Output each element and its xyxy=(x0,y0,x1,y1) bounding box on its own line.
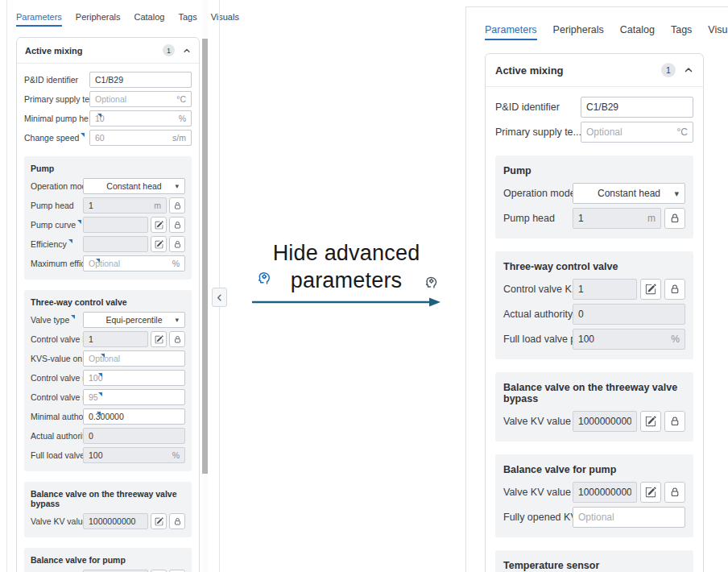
edit-button[interactable] xyxy=(151,331,167,347)
unit-label: % xyxy=(169,259,180,268)
text-input[interactable]: 10% xyxy=(89,110,192,126)
field-control: C1/B29 xyxy=(581,97,693,118)
edit-button[interactable] xyxy=(151,236,167,252)
field-label: Pump head xyxy=(31,201,83,210)
tab-catalog[interactable]: Catalog xyxy=(620,24,655,40)
group-title: Balance valve for pump xyxy=(31,555,185,565)
text-input[interactable]: C1/B29 xyxy=(581,97,693,118)
corner-marker-icon xyxy=(101,354,105,358)
left-panel-scrollbar[interactable] xyxy=(202,0,208,572)
field-row: Pump head1m xyxy=(503,208,685,229)
field-row: Control valve re...95 xyxy=(31,389,185,405)
field-row: Minimal authori...0.300000 xyxy=(31,408,185,425)
text-input[interactable]: 95 xyxy=(83,389,185,405)
field-label-text: Pump head xyxy=(503,213,555,224)
field-label: Operation mode xyxy=(31,181,83,191)
lock-button[interactable] xyxy=(169,513,185,529)
field-label-text: Valve KV value xyxy=(503,487,571,498)
collapse-section-button[interactable] xyxy=(684,65,693,75)
unit-label: °C xyxy=(674,126,688,138)
readonly-input: 100% xyxy=(573,329,685,350)
tab-peripherals[interactable]: Peripherals xyxy=(76,12,121,27)
tab-visuals[interactable]: Visuals xyxy=(211,12,239,27)
edit-button[interactable] xyxy=(151,217,167,233)
lock-icon xyxy=(669,416,680,427)
field-row: Control valve K...1 xyxy=(503,279,685,300)
edit-button[interactable] xyxy=(640,279,661,300)
text-input[interactable]: 0.300000 xyxy=(83,408,185,425)
input-placeholder: Optional xyxy=(89,259,169,268)
tab-tags[interactable]: Tags xyxy=(178,12,196,27)
edit-button[interactable] xyxy=(640,482,661,503)
field-row: Minimal pump he...10% xyxy=(24,110,192,126)
text-input[interactable]: Optional°C xyxy=(89,91,192,107)
text-input[interactable]: Optional% xyxy=(83,255,185,271)
annotation-line: Hide advanced xyxy=(258,239,435,267)
param-group-balance-valve-on-the-threeway-valve-bypass: Balance valve on the threeway valve bypa… xyxy=(24,482,192,537)
tab-peripherals[interactable]: Peripherals xyxy=(553,24,604,40)
field-label: KVS-value on th... xyxy=(31,354,83,363)
lock-button[interactable] xyxy=(664,279,685,300)
field-control xyxy=(83,217,185,233)
corner-marker-icon xyxy=(96,259,100,263)
text-input[interactable]: Optional°C xyxy=(581,122,693,143)
text-input[interactable]: Optional xyxy=(83,350,185,367)
chevron-up-icon xyxy=(183,47,191,55)
text-input[interactable]: C1/B29 xyxy=(89,72,192,88)
lock-button[interactable] xyxy=(169,217,185,233)
field-label: Minimal authori... xyxy=(31,412,83,421)
select-input[interactable]: Constant head▾ xyxy=(573,183,685,204)
field-control: Optional°C xyxy=(581,122,693,143)
select-input[interactable]: Equi-percentile▾ xyxy=(83,312,185,328)
collapse-section-button[interactable] xyxy=(183,47,191,55)
field-label-text: Pump curve xyxy=(31,220,76,230)
field-control: 1000000000 xyxy=(573,482,685,503)
field-row: Fully opened KV...Optional xyxy=(503,507,685,528)
tab-visuals[interactable]: Visuals xyxy=(708,24,728,40)
lock-button[interactable] xyxy=(664,482,685,503)
group-title: Temperature sensor xyxy=(503,560,685,571)
field-label: Control valve re... xyxy=(31,392,83,402)
lock-button[interactable] xyxy=(169,236,185,252)
readonly-input: 1m xyxy=(83,197,167,213)
lock-icon xyxy=(173,335,182,344)
field-label: Valve type xyxy=(31,315,83,325)
lock-button[interactable] xyxy=(664,208,685,229)
field-control: 95 xyxy=(83,389,185,405)
edit-button[interactable] xyxy=(640,411,661,432)
annotation-line: parameters xyxy=(258,267,435,294)
field-row: Control valve K...1 xyxy=(31,331,185,347)
edit-icon xyxy=(155,221,163,230)
lock-icon xyxy=(669,213,680,224)
collapse-panel-button[interactable] xyxy=(212,288,227,307)
field-label-text: Valve type xyxy=(31,315,69,325)
group-title: Pump xyxy=(503,165,685,176)
scrollbar-thumb[interactable] xyxy=(202,39,208,474)
text-input[interactable]: 100 xyxy=(83,370,185,386)
card-header: Active mixing1 xyxy=(486,54,703,87)
tab-catalog[interactable]: Catalog xyxy=(134,12,165,27)
text-input[interactable]: Optional xyxy=(573,507,685,528)
field-label-text: Actual authority xyxy=(31,431,89,441)
input-value: Equi-percentile xyxy=(105,315,162,325)
field-control: 100% xyxy=(573,329,685,350)
lock-button[interactable] xyxy=(664,411,685,432)
field-control: 1000000000 xyxy=(573,411,685,432)
edit-icon xyxy=(155,335,163,344)
input-value: 100 xyxy=(89,450,169,460)
input-value: 0 xyxy=(578,309,680,320)
field-label-text: Pump head xyxy=(31,201,74,210)
text-input[interactable]: 60s/m xyxy=(89,130,192,146)
tab-tags[interactable]: Tags xyxy=(671,24,692,40)
chevron-down-icon: ▾ xyxy=(674,189,679,198)
edit-button[interactable] xyxy=(151,513,167,529)
arrow-right-icon xyxy=(251,296,441,308)
field-control: 1 xyxy=(83,331,185,347)
lock-button[interactable] xyxy=(169,197,185,213)
tab-parameters[interactable]: Parameters xyxy=(16,12,62,27)
section-title: Active mixing xyxy=(495,64,564,77)
tab-parameters[interactable]: Parameters xyxy=(485,24,537,40)
select-input[interactable]: Constant head▾ xyxy=(83,178,185,194)
readonly-input: 1m xyxy=(573,208,661,229)
lock-button[interactable] xyxy=(169,331,185,347)
